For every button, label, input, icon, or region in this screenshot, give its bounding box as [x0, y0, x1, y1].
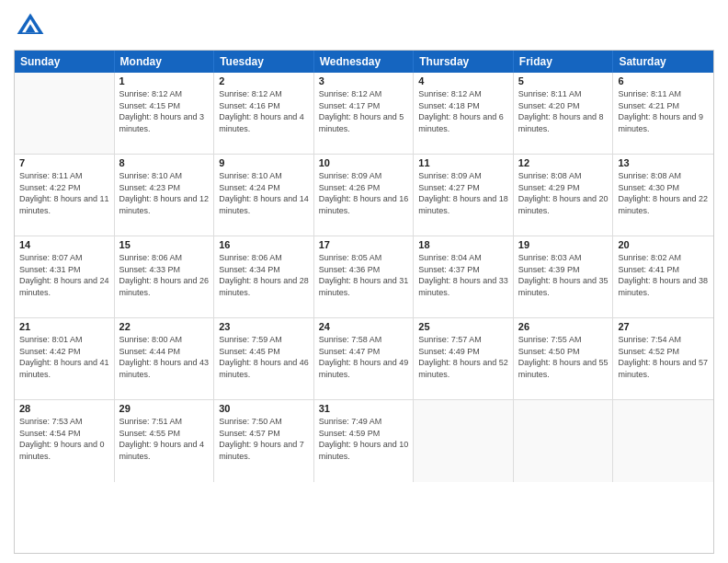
weekday-header: Sunday: [15, 51, 115, 73]
calendar-body: 1Sunrise: 8:12 AMSunset: 4:15 PMDaylight…: [15, 73, 713, 482]
calendar-cell: 3Sunrise: 8:12 AMSunset: 4:17 PMDaylight…: [314, 73, 415, 154]
cell-info: Sunrise: 8:03 AMSunset: 4:39 PMDaylight:…: [518, 252, 609, 298]
day-number: 6: [618, 75, 709, 86]
day-number: 5: [518, 75, 609, 86]
cell-info: Sunrise: 8:00 AMSunset: 4:44 PMDaylight:…: [119, 334, 210, 380]
cell-info: Sunrise: 7:58 AMSunset: 4:47 PMDaylight:…: [319, 334, 409, 380]
calendar-cell: 4Sunrise: 8:12 AMSunset: 4:18 PMDaylight…: [414, 73, 514, 154]
calendar-cell: 16Sunrise: 8:06 AMSunset: 4:34 PMDayligh…: [214, 236, 314, 317]
weekday-header: Thursday: [414, 51, 514, 73]
cell-info: Sunrise: 8:01 AMSunset: 4:42 PMDaylight:…: [19, 334, 109, 380]
cell-info: Sunrise: 8:08 AMSunset: 4:29 PMDaylight:…: [518, 170, 609, 216]
day-number: 25: [418, 321, 508, 332]
day-number: 12: [518, 157, 609, 168]
cell-info: Sunrise: 7:53 AMSunset: 4:54 PMDaylight:…: [19, 416, 109, 462]
cell-info: Sunrise: 8:08 AMSunset: 4:30 PMDaylight:…: [618, 170, 709, 216]
cell-info: Sunrise: 8:12 AMSunset: 4:15 PMDaylight:…: [119, 88, 210, 134]
calendar-cell: 1Sunrise: 8:12 AMSunset: 4:15 PMDaylight…: [115, 73, 215, 154]
day-number: 15: [119, 239, 210, 250]
day-number: 21: [19, 321, 109, 332]
calendar-cell: 15Sunrise: 8:06 AMSunset: 4:33 PMDayligh…: [115, 236, 215, 317]
cell-info: Sunrise: 7:57 AMSunset: 4:49 PMDaylight:…: [418, 334, 508, 380]
calendar-cell: 10Sunrise: 8:09 AMSunset: 4:26 PMDayligh…: [314, 155, 415, 236]
day-number: 4: [418, 75, 508, 86]
day-number: 24: [319, 321, 409, 332]
calendar-row: 14Sunrise: 8:07 AMSunset: 4:31 PMDayligh…: [15, 236, 713, 318]
day-number: 11: [418, 157, 508, 168]
day-number: 19: [518, 239, 609, 250]
calendar-cell: [414, 400, 514, 482]
calendar-cell: 8Sunrise: 8:10 AMSunset: 4:23 PMDaylight…: [115, 155, 215, 236]
day-number: 27: [618, 321, 709, 332]
weekday-header: Friday: [514, 51, 614, 73]
day-number: 26: [518, 321, 609, 332]
weekday-header: Saturday: [613, 51, 713, 73]
cell-info: Sunrise: 8:09 AMSunset: 4:27 PMDaylight:…: [418, 170, 508, 216]
calendar-cell: 20Sunrise: 8:02 AMSunset: 4:41 PMDayligh…: [613, 236, 713, 317]
cell-info: Sunrise: 8:11 AMSunset: 4:20 PMDaylight:…: [518, 88, 609, 134]
calendar-cell: 2Sunrise: 8:12 AMSunset: 4:16 PMDaylight…: [214, 73, 314, 154]
day-number: 22: [119, 321, 210, 332]
cell-info: Sunrise: 8:04 AMSunset: 4:37 PMDaylight:…: [418, 252, 508, 298]
day-number: 20: [618, 239, 709, 250]
calendar-cell: 19Sunrise: 8:03 AMSunset: 4:39 PMDayligh…: [514, 236, 614, 317]
day-number: 9: [219, 157, 309, 168]
calendar: SundayMondayTuesdayWednesdayThursdayFrid…: [14, 50, 714, 554]
day-number: 8: [119, 157, 210, 168]
calendar-cell: [15, 73, 115, 154]
calendar-cell: 24Sunrise: 7:58 AMSunset: 4:47 PMDayligh…: [314, 318, 415, 399]
weekday-header: Monday: [115, 51, 215, 73]
calendar-cell: 29Sunrise: 7:51 AMSunset: 4:55 PMDayligh…: [115, 400, 215, 482]
day-number: 10: [319, 157, 409, 168]
calendar-page: SundayMondayTuesdayWednesdayThursdayFrid…: [0, 0, 728, 563]
day-number: 2: [219, 75, 309, 86]
day-number: 18: [418, 239, 508, 250]
day-number: 1: [119, 75, 210, 86]
day-number: 13: [618, 157, 709, 168]
day-number: 30: [219, 403, 309, 414]
weekday-header: Tuesday: [214, 51, 314, 73]
calendar-row: 1Sunrise: 8:12 AMSunset: 4:15 PMDaylight…: [15, 73, 713, 155]
day-number: 14: [19, 239, 109, 250]
calendar-cell: 30Sunrise: 7:50 AMSunset: 4:57 PMDayligh…: [214, 400, 314, 482]
cell-info: Sunrise: 8:06 AMSunset: 4:34 PMDaylight:…: [219, 252, 309, 298]
cell-info: Sunrise: 7:55 AMSunset: 4:50 PMDaylight:…: [518, 334, 609, 380]
calendar-cell: [613, 400, 713, 482]
cell-info: Sunrise: 7:59 AMSunset: 4:45 PMDaylight:…: [219, 334, 309, 380]
calendar-row: 28Sunrise: 7:53 AMSunset: 4:54 PMDayligh…: [15, 400, 713, 482]
logo: [14, 9, 51, 42]
calendar-cell: 27Sunrise: 7:54 AMSunset: 4:52 PMDayligh…: [613, 318, 713, 399]
day-number: 23: [219, 321, 309, 332]
calendar-cell: [514, 400, 614, 482]
calendar-cell: 31Sunrise: 7:49 AMSunset: 4:59 PMDayligh…: [314, 400, 415, 482]
calendar-cell: 6Sunrise: 8:11 AMSunset: 4:21 PMDaylight…: [613, 73, 713, 154]
calendar-row: 21Sunrise: 8:01 AMSunset: 4:42 PMDayligh…: [15, 318, 713, 400]
day-number: 29: [119, 403, 210, 414]
calendar-cell: 11Sunrise: 8:09 AMSunset: 4:27 PMDayligh…: [414, 155, 514, 236]
calendar-cell: 14Sunrise: 8:07 AMSunset: 4:31 PMDayligh…: [15, 236, 115, 317]
cell-info: Sunrise: 7:51 AMSunset: 4:55 PMDaylight:…: [119, 416, 210, 462]
page-header: [14, 9, 714, 42]
cell-info: Sunrise: 8:12 AMSunset: 4:16 PMDaylight:…: [219, 88, 309, 134]
cell-info: Sunrise: 7:50 AMSunset: 4:57 PMDaylight:…: [219, 416, 309, 462]
cell-info: Sunrise: 8:12 AMSunset: 4:17 PMDaylight:…: [319, 88, 409, 134]
day-number: 31: [319, 403, 409, 414]
calendar-cell: 22Sunrise: 8:00 AMSunset: 4:44 PMDayligh…: [115, 318, 215, 399]
cell-info: Sunrise: 8:12 AMSunset: 4:18 PMDaylight:…: [418, 88, 508, 134]
calendar-cell: 7Sunrise: 8:11 AMSunset: 4:22 PMDaylight…: [15, 155, 115, 236]
calendar-cell: 25Sunrise: 7:57 AMSunset: 4:49 PMDayligh…: [414, 318, 514, 399]
cell-info: Sunrise: 8:05 AMSunset: 4:36 PMDaylight:…: [319, 252, 409, 298]
calendar-header: SundayMondayTuesdayWednesdayThursdayFrid…: [15, 51, 713, 73]
calendar-cell: 12Sunrise: 8:08 AMSunset: 4:29 PMDayligh…: [514, 155, 614, 236]
calendar-row: 7Sunrise: 8:11 AMSunset: 4:22 PMDaylight…: [15, 155, 713, 236]
logo-icon: [14, 9, 47, 42]
calendar-cell: 21Sunrise: 8:01 AMSunset: 4:42 PMDayligh…: [15, 318, 115, 399]
cell-info: Sunrise: 8:02 AMSunset: 4:41 PMDaylight:…: [618, 252, 709, 298]
cell-info: Sunrise: 7:54 AMSunset: 4:52 PMDaylight:…: [618, 334, 709, 380]
cell-info: Sunrise: 8:11 AMSunset: 4:21 PMDaylight:…: [618, 88, 709, 134]
day-number: 3: [319, 75, 409, 86]
cell-info: Sunrise: 8:10 AMSunset: 4:24 PMDaylight:…: [219, 170, 309, 216]
calendar-cell: 26Sunrise: 7:55 AMSunset: 4:50 PMDayligh…: [514, 318, 614, 399]
calendar-cell: 23Sunrise: 7:59 AMSunset: 4:45 PMDayligh…: [214, 318, 314, 399]
cell-info: Sunrise: 7:49 AMSunset: 4:59 PMDaylight:…: [319, 416, 409, 462]
